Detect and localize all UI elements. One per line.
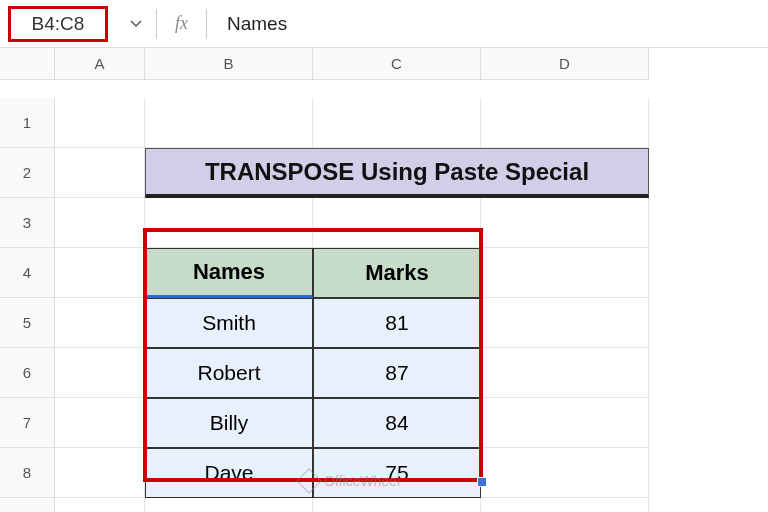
formula-bar: B4:C8 fx	[0, 0, 768, 48]
row-header-8[interactable]: 8	[0, 448, 55, 498]
cell-d3[interactable]	[481, 198, 649, 248]
cell-d8[interactable]	[481, 448, 649, 498]
cell-b7[interactable]: Billy	[145, 398, 313, 448]
watermark: OfficeWheel	[300, 472, 400, 490]
cell-a1[interactable]	[55, 98, 145, 148]
row-header-9[interactable]: 9	[0, 498, 55, 512]
col-header-b[interactable]: B	[145, 48, 313, 80]
row-header-4[interactable]: 4	[0, 248, 55, 298]
row-header-2[interactable]: 2	[0, 148, 55, 198]
col-header-a[interactable]: A	[55, 48, 145, 80]
cell-c5[interactable]: 81	[313, 298, 481, 348]
row-header-1[interactable]: 1	[0, 98, 55, 148]
cell-c4-header-marks[interactable]: Marks	[313, 248, 481, 298]
cell-d1[interactable]	[481, 98, 649, 148]
cell-a7[interactable]	[55, 398, 145, 448]
spreadsheet-grid[interactable]: A B C D 1 2 TRANSPOSE Using Paste Specia…	[0, 48, 768, 512]
name-box[interactable]: B4:C8	[8, 6, 108, 42]
cell-c6[interactable]: 87	[313, 348, 481, 398]
cell-c7[interactable]: 84	[313, 398, 481, 448]
select-all-corner[interactable]	[0, 48, 55, 80]
row-header-7[interactable]: 7	[0, 398, 55, 448]
cell-b3[interactable]	[145, 198, 313, 248]
col-header-c[interactable]: C	[313, 48, 481, 80]
col-header-d[interactable]: D	[481, 48, 649, 80]
cell-b1[interactable]	[145, 98, 313, 148]
row-header-5[interactable]: 5	[0, 298, 55, 348]
cell-a6[interactable]	[55, 348, 145, 398]
cell-c3[interactable]	[313, 198, 481, 248]
name-box-dropdown[interactable]	[116, 20, 156, 28]
cell-a4[interactable]	[55, 248, 145, 298]
cell-d4[interactable]	[481, 248, 649, 298]
cell-d9[interactable]	[481, 498, 649, 512]
fx-label: fx	[157, 13, 206, 34]
cell-b4-header-names[interactable]: Names	[145, 248, 313, 298]
cell-d5[interactable]	[481, 298, 649, 348]
chevron-down-icon	[130, 20, 142, 28]
watermark-icon	[296, 468, 321, 493]
cell-a5[interactable]	[55, 298, 145, 348]
formula-input[interactable]	[207, 0, 768, 47]
watermark-text: OfficeWheel	[324, 473, 400, 489]
cell-b5[interactable]: Smith	[145, 298, 313, 348]
cell-b9[interactable]	[145, 498, 313, 512]
cell-d6[interactable]	[481, 348, 649, 398]
cell-d7[interactable]	[481, 398, 649, 448]
row-header-3[interactable]: 3	[0, 198, 55, 248]
cell-a9[interactable]	[55, 498, 145, 512]
cell-a2[interactable]	[55, 148, 145, 198]
cell-b8[interactable]: Dave	[145, 448, 313, 498]
cell-c1[interactable]	[313, 98, 481, 148]
cell-b6[interactable]: Robert	[145, 348, 313, 398]
row-header-6[interactable]: 6	[0, 348, 55, 398]
selection-handle[interactable]	[477, 477, 487, 487]
cell-c9[interactable]	[313, 498, 481, 512]
title-cell[interactable]: TRANSPOSE Using Paste Special	[145, 148, 649, 198]
cell-a3[interactable]	[55, 198, 145, 248]
cell-a8[interactable]	[55, 448, 145, 498]
